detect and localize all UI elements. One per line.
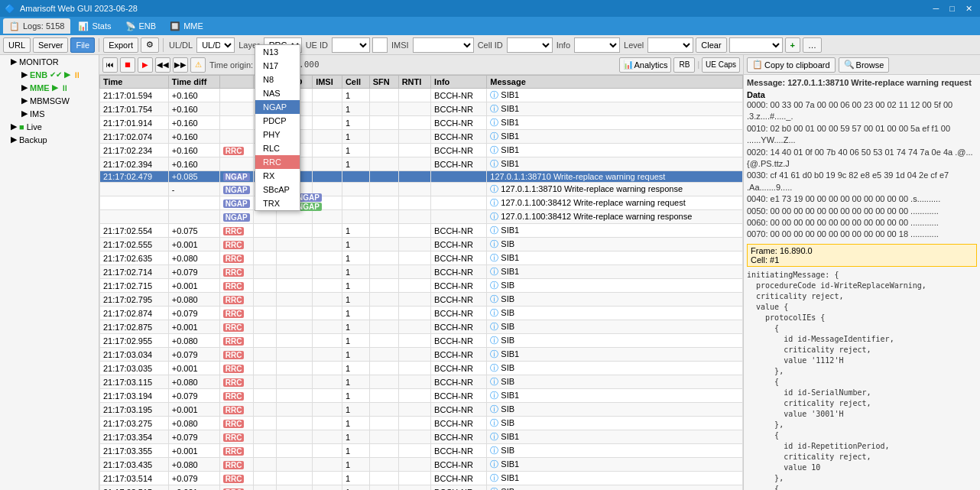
url-button[interactable]: URL — [3, 37, 31, 53]
direction-select[interactable]: UL/DLULDL — [196, 37, 235, 53]
table-row[interactable]: 21:17:02.715+0.001RRC1BCCH-NRⓘ SIB — [100, 279, 743, 293]
nav-back-button[interactable]: ◀◀ — [155, 57, 170, 73]
table-row[interactable]: 21:17:02.555+0.001RRC1BCCH-NRⓘ SIB — [100, 238, 743, 251]
table-row[interactable]: 21:17:03.275+0.080RRC1BCCH-NRⓘ SIB — [100, 417, 743, 430]
table-row[interactable]: 21:17:03.354+0.079RRC1BCCH-NRⓘ SIB1 — [100, 430, 743, 444]
table-row[interactable]: NGAPⓘ 127.0.1.100:38412 Write-replace wa… — [100, 196, 743, 210]
nav-stop-button[interactable]: ⏹ — [120, 57, 135, 73]
enb-icon: 📡 — [125, 21, 136, 31]
dropdown-phy[interactable]: PHY — [255, 128, 300, 141]
table-row[interactable]: 21:17:03.115+0.080RRC1BCCH-NRⓘ SIB — [100, 375, 743, 389]
col-rnti: RNTI — [398, 76, 430, 89]
rb-button[interactable]: RB — [673, 57, 695, 73]
tab-mme[interactable]: 🔲 MME — [164, 18, 209, 34]
table-row[interactable]: 21:17:03.194+0.079RRC1BCCH-NRⓘ SIB1 — [100, 389, 743, 403]
extra-select[interactable] — [729, 37, 783, 53]
table-row[interactable]: 21:17:03.195+0.001RRC1BCCH-NRⓘ SIB — [100, 403, 743, 417]
packet-table[interactable]: Time Time diff CN UE ID IMSI Cell SFN RN… — [99, 75, 743, 490]
close-icon[interactable]: ✕ — [962, 4, 975, 14]
center-panel: ⏮ ⏹ ▶ ◀◀ ▶▶ ⚠ Time origin: 00:00:00.000 … — [99, 55, 743, 490]
copy-clipboard-button[interactable]: 📋 Copy to clipboard — [747, 57, 836, 73]
table-row[interactable]: 21:17:03.355+0.001RRC1BCCH-NRⓘ SIB — [100, 444, 743, 458]
dropdown-trx[interactable]: TRX — [255, 196, 300, 210]
dropdown-pdcp[interactable]: PDCP — [255, 114, 300, 128]
tab-logs[interactable]: 📋 Logs: 5158 — [3, 18, 70, 34]
ngap-badge: NGAP — [223, 200, 250, 208]
dropdown-n13[interactable]: N13 — [255, 45, 300, 59]
rrc-badge: RRC — [223, 147, 245, 155]
table-row[interactable]: -NGAPⓘ 127.0.1.1:38710 Write-replace war… — [100, 183, 743, 196]
more-button[interactable]: … — [803, 37, 822, 53]
stats-icon: 📊 — [78, 21, 89, 31]
table-row[interactable]: 21:17:01.914+0.1601BCCH-NRⓘ SIB1 — [100, 116, 743, 130]
nav-first-button[interactable]: ⏮ — [102, 57, 118, 73]
table-header-row: Time Time diff CN UE ID IMSI Cell SFN RN… — [100, 76, 743, 89]
dropdown-ngap[interactable]: NGAP — [255, 100, 300, 114]
imsi-label: IMSI — [390, 41, 410, 50]
level-select[interactable] — [647, 37, 693, 53]
file-button[interactable]: File — [70, 37, 95, 53]
tree-item-monitor[interactable]: ▶ MONITOR — [0, 55, 99, 68]
extra-button[interactable]: ⚙ — [141, 37, 159, 53]
table-row[interactable]: 21:17:02.714+0.079RRC1BCCH-NRⓘ SIB1 — [100, 265, 743, 279]
col-message: Message — [487, 76, 743, 89]
dropdown-rx[interactable]: RX — [255, 169, 300, 183]
dropdown-nas[interactable]: NAS — [255, 86, 300, 100]
info-select[interactable] — [574, 37, 620, 53]
table-row[interactable]: 21:17:03.514+0.079RRC1BCCH-NRⓘ SIB1 — [100, 472, 743, 485]
table-row[interactable]: 21:17:03.035+0.001RRC1BCCH-NRⓘ SIB — [100, 362, 743, 375]
tree-item-live[interactable]: ▶ ■ Live — [0, 120, 99, 133]
table-row[interactable]: 21:17:02.554+0.075RRC1BCCH-NRⓘ SIB1 — [100, 224, 743, 238]
tree-item-mbmsgw[interactable]: ▶ MBMSGW — [0, 94, 99, 107]
dropdown-n8[interactable]: N8 — [255, 73, 300, 86]
table-row[interactable]: 21:17:01.754+0.1601BCCH-NRⓘ SIB1 — [100, 102, 743, 116]
layer-dropdown[interactable]: N13 N17 N8 NAS NGAP PDCP PHY RLC RRC RX … — [255, 44, 300, 211]
ue-id-input[interactable] — [372, 37, 388, 53]
add-button[interactable]: + — [785, 37, 800, 53]
dropdown-n17[interactable]: N17 — [255, 59, 300, 73]
table-row[interactable]: 21:17:03.034+0.079RRC1BCCH-NRⓘ SIB1 — [100, 348, 743, 362]
table-row[interactable]: 21:17:02.074+0.1601BCCH-NRⓘ SIB1 — [100, 130, 743, 144]
browse-button[interactable]: 🔍 Browse — [839, 57, 890, 73]
cell-id-select[interactable] — [507, 37, 553, 53]
ue-id-select[interactable] — [332, 37, 370, 53]
imsi-select[interactable] — [413, 37, 474, 53]
tree-item-mme[interactable]: ▶ MME ▶ ⏸ — [0, 81, 99, 94]
tab-enb[interactable]: 📡 ENB — [119, 18, 163, 34]
table-row[interactable]: 21:17:02.234+0.160RRC1BCCH-NRⓘ SIB1 — [100, 144, 743, 157]
export-button[interactable]: Export — [103, 37, 138, 53]
table-row[interactable]: NGAPⓘ 127.0.1.100:38412 Write-replace wa… — [100, 210, 743, 224]
nav-play-button[interactable]: ▶ — [138, 57, 153, 73]
col-imsi: IMSI — [313, 76, 342, 89]
tree-item-backup[interactable]: ▶ Backup — [0, 133, 99, 146]
clear-button[interactable]: Clear — [696, 37, 726, 53]
table-row[interactable]: 21:17:02.635+0.080RRC1BCCH-NRⓘ SIB1 — [100, 251, 743, 265]
server-button[interactable]: Server — [33, 37, 68, 53]
minimize-icon[interactable]: ─ — [930, 4, 943, 13]
table-row[interactable]: 21:17:02.394+0.1601BCCH-NRⓘ SIB1 — [100, 157, 743, 171]
direction-label: UL/DL — [167, 41, 194, 50]
tree-item-enb[interactable]: ▶ ENB ✔✔ ▶ ⏸ — [0, 68, 99, 81]
table-row[interactable]: 21:17:02.955+0.080RRC1BCCH-NRⓘ SIB — [100, 334, 743, 348]
table-row[interactable]: 21:17:03.515+0.001RRC1BCCH-NRⓘ SIB — [100, 485, 743, 491]
nav-forward-button[interactable]: ▶▶ — [173, 57, 188, 73]
tree-item-ims[interactable]: ▶ IMS — [0, 107, 99, 120]
mbmsgw-tree-icon: ▶ — [21, 96, 28, 105]
table-row[interactable]: 21:17:02.875+0.001RRC1BCCH-NRⓘ SIB — [100, 320, 743, 334]
dropdown-sbcap[interactable]: SBcAP — [255, 183, 300, 196]
warn-button[interactable]: ⚠ — [190, 57, 206, 73]
maximize-icon[interactable]: □ — [946, 4, 958, 13]
browse-icon: 🔍 — [844, 60, 855, 70]
dropdown-rlc[interactable]: RLC — [255, 141, 300, 155]
tab-stats[interactable]: 📊 Stats — [72, 18, 117, 34]
ue-caps-button[interactable]: UE Caps — [702, 57, 740, 73]
ims-tree-icon: ▶ — [21, 109, 28, 118]
table-row[interactable]: 21:17:02.795+0.080RRC1BCCH-NRⓘ SIB — [100, 293, 743, 307]
analytics-button[interactable]: 📊 Analytics — [619, 57, 671, 73]
table-row[interactable]: 21:17:03.435+0.080RRC1BCCH-NRⓘ SIB1 — [100, 458, 743, 472]
table-row[interactable]: 21:17:02.479+0.085NGAP 127.0.1.1:38710 W… — [100, 171, 743, 183]
dropdown-rrc[interactable]: RRC — [255, 155, 300, 169]
message-title: Message: 127.0.1.1:38710 Write-replace w… — [747, 78, 977, 87]
table-row[interactable]: 21:17:01.594+0.1601BCCH-NRⓘ SIB1 — [100, 89, 743, 102]
table-row[interactable]: 21:17:02.874+0.079RRC1BCCH-NRⓘ SIB — [100, 307, 743, 320]
